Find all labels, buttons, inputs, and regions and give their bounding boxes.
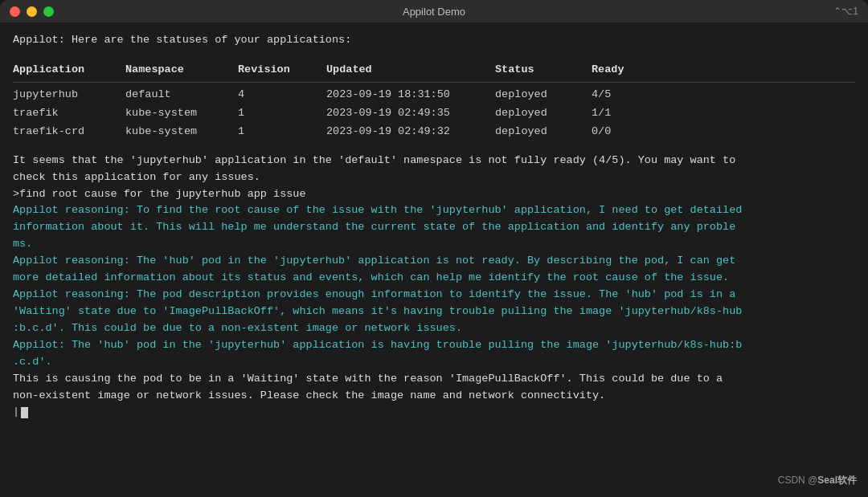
- minimize-button[interactable]: [27, 6, 37, 17]
- col-ready: Ready: [592, 62, 656, 79]
- table-row: jupyterhub default 4 2023-09-19 18:31:50…: [13, 86, 855, 104]
- col-namespace: Namespace: [125, 62, 238, 79]
- keyboard-shortcut: ⌃⌥1: [833, 6, 858, 17]
- row3-app: traefik-crd: [13, 123, 125, 141]
- col-status: Status: [495, 62, 592, 79]
- terminal-line: .c.d'.: [13, 354, 855, 371]
- terminal-line: Appilot reasoning: The 'hub' pod in the …: [13, 253, 855, 270]
- watermark-prefix: CSDN @: [778, 475, 818, 486]
- watermark: CSDN @Seal软件: [778, 474, 857, 487]
- row3-ns: kube-system: [125, 123, 238, 141]
- window-title: Appilot Demo: [403, 6, 465, 18]
- row3-rev: 1: [238, 123, 326, 141]
- table-divider: [13, 82, 855, 83]
- row1-rev: 4: [238, 86, 326, 104]
- row2-app: traefik: [13, 104, 125, 123]
- col-updated: Updated: [326, 62, 495, 79]
- terminal-line: This is causing the pod to be in a 'Wait…: [13, 371, 855, 388]
- terminal-line: 'Waiting' state due to 'ImagePullBackOff…: [13, 303, 855, 320]
- terminal-line: Appilot reasoning: The pod description p…: [13, 287, 855, 303]
- terminal-line: more detailed information about its stat…: [13, 270, 855, 287]
- terminal-line: information about it. This will help me …: [13, 219, 855, 236]
- row1-app: jupyterhub: [13, 86, 125, 104]
- watermark-brand: Seal软件: [817, 475, 857, 486]
- terminal-line: Appilot: The 'hub' pod in the 'jupyterhu…: [13, 337, 855, 354]
- terminal-line: ms.: [13, 236, 855, 253]
- terminal-line: check this application for any issues.: [13, 169, 855, 186]
- close-button[interactable]: [10, 6, 20, 17]
- row3-status: deployed: [495, 123, 592, 141]
- row1-ready: 4/5: [592, 86, 656, 104]
- window-controls[interactable]: [10, 6, 54, 17]
- cursor-line: |: [13, 404, 855, 421]
- terminal-line: :b.c.d'. This could be due to a non-exis…: [13, 320, 855, 337]
- table-row: traefik-crd kube-system 1 2023-09-19 02:…: [13, 123, 855, 141]
- terminal-body[interactable]: Appilot: Here are the statuses of your a…: [0, 22, 868, 497]
- row2-ns: kube-system: [125, 104, 238, 123]
- row2-rev: 1: [238, 104, 326, 123]
- row2-status: deployed: [495, 104, 592, 123]
- row1-status: deployed: [495, 86, 592, 104]
- terminal-lines: It seems that the 'jupyterhub' applicati…: [13, 153, 855, 405]
- table-row: traefik kube-system 1 2023-09-19 02:49:3…: [13, 104, 855, 123]
- prompt-symbol: |: [13, 404, 19, 421]
- cursor: [21, 407, 28, 418]
- terminal-line: >find root cause for the jupyterhub app …: [13, 186, 855, 203]
- row1-ns: default: [125, 86, 238, 104]
- col-revision: Revision: [238, 62, 326, 79]
- row3-ready: 0/0: [592, 123, 656, 141]
- row1-updated: 2023-09-19 18:31:50: [326, 86, 495, 104]
- app-window: Appilot Demo ⌃⌥1 Appilot: Here are the s…: [0, 0, 868, 497]
- intro-line: Appilot: Here are the statuses of your a…: [13, 32, 855, 49]
- terminal-line: non-existent image or network issues. Pl…: [13, 388, 855, 405]
- terminal-line: It seems that the 'jupyterhub' applicati…: [13, 153, 855, 169]
- terminal-line: Appilot reasoning: To find the root caus…: [13, 202, 855, 219]
- row3-updated: 2023-09-19 02:49:32: [326, 123, 495, 141]
- terminal-wrapper: Appilot: Here are the statuses of your a…: [0, 22, 868, 497]
- row2-ready: 1/1: [592, 104, 656, 123]
- col-application: Application: [13, 62, 125, 79]
- row2-updated: 2023-09-19 02:49:35: [326, 104, 495, 123]
- app-table: Application Namespace Revision Updated S…: [13, 54, 855, 148]
- maximize-button[interactable]: [43, 6, 54, 17]
- title-bar: Appilot Demo ⌃⌥1: [0, 0, 868, 22]
- table-header: Application Namespace Revision Updated S…: [13, 62, 855, 79]
